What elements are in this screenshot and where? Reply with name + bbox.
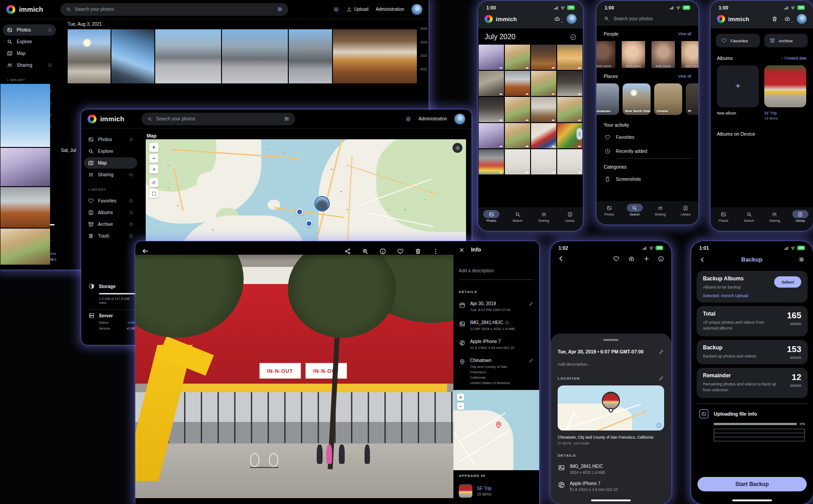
photo-thumbnail[interactable]: ☁ <box>479 97 504 122</box>
photo-thumbnail[interactable] <box>0 148 50 186</box>
archive-button[interactable]: Archive <box>764 34 808 47</box>
upload-button[interactable]: Upload <box>346 7 369 12</box>
person-item[interactable]: Add name <box>596 41 615 68</box>
sidebar-item[interactable]: Map <box>3 48 56 59</box>
file-info-icon[interactable] <box>505 321 509 325</box>
edit-pencil-icon[interactable] <box>659 349 664 354</box>
sidebar-item[interactable]: Sharing <box>84 169 137 180</box>
nav-tab[interactable]: Photos <box>715 210 731 222</box>
trash-icon[interactable] <box>771 16 778 22</box>
search-input[interactable]: Search your photos <box>142 113 295 125</box>
category-item[interactable]: Screenshots <box>596 172 698 186</box>
sidebar-item[interactable]: Favorites <box>84 195 137 206</box>
photo-thumbnail[interactable]: ☁ <box>531 149 556 174</box>
photo-thumbnail[interactable]: ☁ <box>505 97 530 122</box>
sidebar-item[interactable]: Photos <box>84 134 137 145</box>
photo-thumbnail[interactable] <box>289 29 332 83</box>
photo-thumbnail[interactable] <box>111 29 154 83</box>
nav-tab[interactable]: Library <box>678 204 694 216</box>
person-item[interactable]: Add name <box>622 41 645 68</box>
places-view-all-link[interactable]: View all <box>678 74 691 78</box>
people-view-all-link[interactable]: View all <box>678 32 691 36</box>
minimap-zoom-in[interactable]: + <box>457 394 464 401</box>
activity-item[interactable]: Recently added <box>596 144 698 158</box>
photo-thumbnail[interactable]: ☁ <box>531 71 556 96</box>
cloud-sync-icon[interactable] <box>783 16 791 22</box>
nav-tab[interactable]: Sharing <box>536 210 552 222</box>
map-locate-button[interactable] <box>149 165 158 174</box>
back-chevron-icon[interactable] <box>558 255 564 262</box>
photo-thumbnail[interactable] <box>155 29 221 83</box>
back-arrow-icon[interactable] <box>142 247 149 255</box>
album-tile-sf-trip[interactable] <box>764 65 806 107</box>
add-description-field[interactable]: Add a description <box>459 268 534 280</box>
photo-thumbnail[interactable]: ☁ <box>479 45 504 70</box>
timeline-scrubber[interactable]: 2024202320222021 <box>420 27 427 77</box>
photo-thumbnail[interactable]: ☁ <box>505 71 530 96</box>
cloud-upload-icon[interactable] <box>628 256 635 262</box>
photo-thumbnail[interactable]: ☁ <box>479 149 504 174</box>
place-item[interactable]: Pi <box>686 83 698 115</box>
photo-thumbnail[interactable]: ☁ <box>531 123 556 148</box>
photo-thumbnail[interactable] <box>0 229 50 265</box>
zoom-icon[interactable] <box>362 248 369 255</box>
photo-thumbnail[interactable]: ☁ <box>479 123 504 148</box>
sort-created-date-link[interactable]: ↑ Created date <box>781 56 807 60</box>
place-item[interactable]: Near North Side <box>623 83 651 115</box>
administration-link[interactable]: Administration <box>376 7 404 12</box>
map-photo-marker[interactable] <box>314 196 330 211</box>
select-button[interactable]: Select <box>774 276 801 288</box>
favorite-heart-icon[interactable] <box>397 248 404 255</box>
nav-tab[interactable]: Search <box>627 204 643 216</box>
filter-sliders-icon[interactable] <box>277 6 283 12</box>
activity-item[interactable]: Favorites <box>596 130 698 144</box>
settings-gear-icon[interactable] <box>798 256 805 263</box>
map-attribution-info-icon[interactable]: i <box>656 423 661 428</box>
place-item[interactable]: Omaha <box>654 83 682 115</box>
photo-thumbnail[interactable]: ☁ <box>557 97 582 122</box>
photo-thumbnail[interactable]: ☁ <box>505 45 530 70</box>
scrubber-handle[interactable]: ▲▼ <box>577 128 582 140</box>
filter-sliders-icon[interactable] <box>284 116 290 122</box>
theme-toggle-sun-icon[interactable] <box>405 116 411 122</box>
start-backup-button[interactable]: Start Backup <box>698 477 807 491</box>
location-minimap[interactable]: i <box>558 385 664 431</box>
user-avatar[interactable] <box>454 114 465 124</box>
photo-thumbnail[interactable]: ☁ <box>505 123 530 148</box>
place-item[interactable]: Chinatown <box>596 83 619 115</box>
map-cluster-marker[interactable] <box>296 208 303 215</box>
search-input[interactable]: Search your photos <box>60 3 288 16</box>
photo-thumbnail[interactable]: ☁ <box>531 45 556 70</box>
sidebar-item[interactable]: Sharing <box>3 60 56 71</box>
select-all-check-icon[interactable] <box>570 34 577 41</box>
sheet-drag-handle[interactable] <box>603 339 619 341</box>
photo-thumbnail[interactable]: ☁ <box>479 71 504 96</box>
nav-tab[interactable]: Photos <box>483 210 499 222</box>
edit-pencil-icon[interactable] <box>529 358 534 363</box>
nav-tab[interactable]: Library <box>792 210 808 222</box>
user-avatar[interactable] <box>797 14 807 24</box>
photo-thumbnail[interactable]: ☁ <box>557 45 582 70</box>
sidebar-item[interactable]: Explore <box>84 146 137 157</box>
sidebar-item[interactable]: Albums <box>84 207 137 218</box>
edit-pencil-icon[interactable] <box>659 376 664 381</box>
cloud-sync-icon[interactable] <box>553 16 561 22</box>
person-item[interactable]: Add name <box>651 41 675 68</box>
album-link-row[interactable]: SF Trip 15 items <box>459 484 534 498</box>
map-cluster-marker[interactable] <box>306 220 313 227</box>
add-description-field[interactable]: Add description... <box>558 362 664 367</box>
sidebar-item[interactable]: Trash <box>84 230 137 242</box>
photo-thumbnail[interactable] <box>0 187 50 228</box>
nav-tab[interactable]: Search <box>509 210 526 222</box>
favorites-button[interactable]: Favorites <box>716 34 760 47</box>
location-minimap[interactable]: + − <box>453 390 539 470</box>
map-zoom-in-button[interactable]: + <box>149 143 158 152</box>
share-icon[interactable] <box>344 248 351 255</box>
theme-toggle-sun-icon[interactable] <box>333 6 339 13</box>
map-fullscreen-button[interactable] <box>149 189 158 198</box>
nav-tab[interactable]: Sharing <box>652 204 668 216</box>
map-settings-gear-icon[interactable] <box>453 143 462 153</box>
add-to-album-plus-icon[interactable] <box>643 256 650 262</box>
minimap-zoom-out[interactable]: − <box>457 403 464 410</box>
close-icon[interactable] <box>459 247 465 253</box>
